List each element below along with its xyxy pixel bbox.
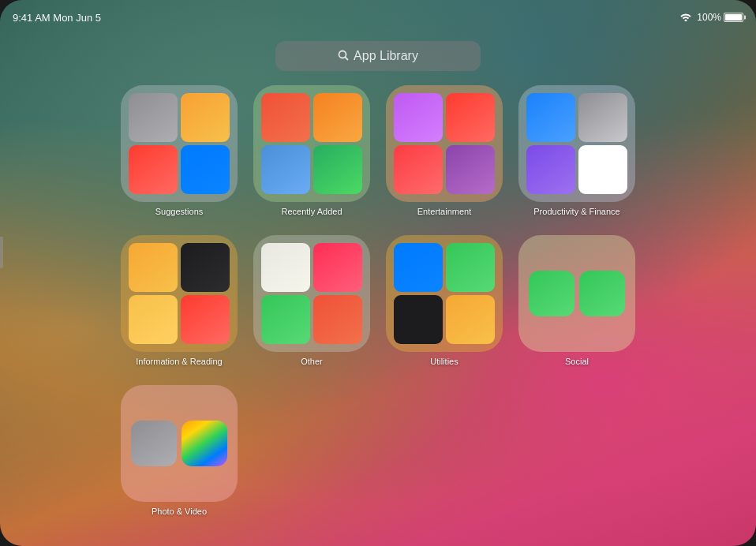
app-icon-app-store[interactable] bbox=[394, 243, 443, 292]
folder-utilities[interactable]: Utilities bbox=[386, 235, 503, 366]
app-icon-freeform[interactable] bbox=[261, 243, 310, 292]
folder-label-entertainment: Entertainment bbox=[417, 207, 471, 216]
app-icon-tips[interactable] bbox=[129, 295, 178, 344]
ipad-screen: 9:41 AM Mon Jun 5 100% App Lib bbox=[0, 0, 756, 546]
folder-label-suggestions: Suggestions bbox=[155, 207, 204, 216]
side-button[interactable] bbox=[0, 237, 3, 268]
folder-entertainment[interactable]: Entertainment bbox=[386, 85, 503, 216]
app-icon-maps[interactable] bbox=[261, 295, 310, 344]
folder-label-productivity: Productivity & Finance bbox=[533, 207, 619, 216]
app-icon-podcasts[interactable] bbox=[446, 145, 495, 194]
app-icon-home[interactable] bbox=[181, 93, 230, 142]
folder-info-reading[interactable]: Information & Reading bbox=[121, 235, 238, 366]
folder-productivity[interactable]: Productivity & Finance bbox=[518, 85, 635, 216]
battery-indicator: 100% bbox=[697, 12, 743, 23]
wifi-icon bbox=[679, 11, 692, 24]
app-icon-settings[interactable] bbox=[129, 93, 178, 142]
folder-other[interactable]: Other bbox=[253, 235, 370, 366]
app-icon-swift[interactable] bbox=[313, 295, 362, 344]
app-icon-reminders[interactable] bbox=[129, 145, 178, 194]
app-icon-books[interactable] bbox=[129, 243, 178, 292]
app-icon-news[interactable] bbox=[181, 295, 230, 344]
app-icon-calendar[interactable] bbox=[578, 145, 627, 194]
app-icon-mail[interactable] bbox=[181, 145, 230, 194]
search-bar[interactable]: App Library bbox=[275, 41, 481, 71]
folder-label-info-reading: Information & Reading bbox=[136, 357, 222, 366]
folder-photo-video[interactable]: Photo & Video bbox=[121, 385, 238, 516]
app-icon-health[interactable] bbox=[313, 243, 362, 292]
app-icon-photo-booth[interactable] bbox=[446, 93, 495, 142]
app-icon-stocks[interactable] bbox=[181, 243, 230, 292]
folder-label-social: Social bbox=[565, 357, 589, 366]
app-icon-photos[interactable] bbox=[182, 421, 227, 466]
app-icon-pages[interactable] bbox=[313, 93, 362, 142]
svg-point-0 bbox=[339, 50, 346, 58]
status-right: 100% bbox=[679, 11, 743, 24]
status-bar: 9:41 AM Mon Jun 5 100% bbox=[0, 0, 756, 28]
folder-social[interactable]: Social bbox=[518, 235, 635, 366]
folder-recently-added[interactable]: Recently Added bbox=[253, 85, 370, 216]
app-icon-find-my[interactable] bbox=[446, 243, 495, 292]
app-icon-music[interactable] bbox=[394, 145, 443, 194]
folder-label-recently-added: Recently Added bbox=[281, 207, 342, 216]
folder-suggestions[interactable]: Suggestions bbox=[121, 85, 238, 216]
app-icon-loupe[interactable] bbox=[394, 295, 443, 344]
battery-percent: 100% bbox=[697, 12, 721, 23]
app-icon-files[interactable] bbox=[526, 93, 575, 142]
status-time: 9:41 AM Mon Jun 5 bbox=[13, 12, 101, 24]
app-icon-contacts[interactable] bbox=[578, 93, 627, 142]
battery-icon bbox=[724, 13, 743, 22]
app-icon-multi[interactable] bbox=[446, 295, 495, 344]
app-icon-facetime[interactable] bbox=[529, 271, 574, 316]
app-icon-numbers[interactable] bbox=[313, 145, 362, 194]
app-icon-camera[interactable] bbox=[131, 421, 177, 466]
search-placeholder: App Library bbox=[354, 49, 418, 63]
app-icon-messages[interactable] bbox=[579, 271, 625, 316]
app-grid: Suggestions Recently Added bbox=[121, 85, 635, 516]
folder-label-utilities: Utilities bbox=[430, 357, 458, 366]
folder-label-photo-video: Photo & Video bbox=[152, 507, 207, 516]
app-icon-keynote[interactable] bbox=[261, 145, 310, 194]
svg-line-1 bbox=[346, 57, 349, 60]
app-icon-swift[interactable] bbox=[261, 93, 310, 142]
folder-label-other: Other bbox=[301, 357, 323, 366]
search-icon bbox=[338, 50, 349, 63]
app-icon-superstar[interactable] bbox=[394, 93, 443, 142]
app-icon-shortcuts[interactable] bbox=[526, 145, 575, 194]
